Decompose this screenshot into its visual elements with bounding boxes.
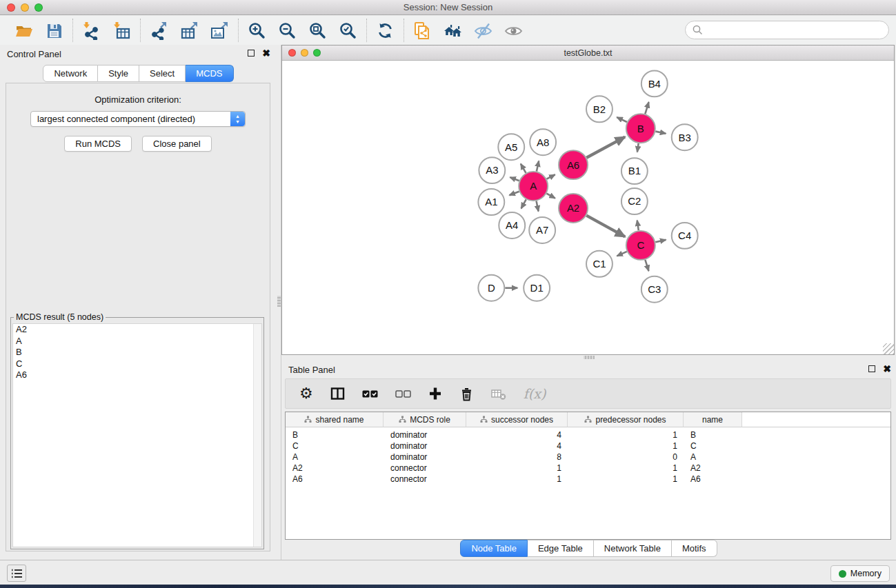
- result-list-item[interactable]: A6: [13, 369, 261, 381]
- result-list-item[interactable]: A: [13, 336, 261, 347]
- graph-node-D[interactable]: D: [478, 275, 504, 301]
- window-resize-grip[interactable]: [883, 343, 894, 354]
- deselect-all-checkboxes-icon[interactable]: [395, 389, 411, 399]
- graph-edge-A2-C[interactable]: [586, 216, 625, 237]
- settings-gear-icon[interactable]: ⚙: [299, 386, 313, 401]
- graph-node-A1[interactable]: A1: [478, 189, 504, 215]
- tab-network-table[interactable]: Network Table: [594, 540, 672, 557]
- graph-edge-A6-B[interactable]: [586, 137, 625, 158]
- table-cell[interactable]: 1: [466, 474, 568, 485]
- graph-edge-A-A5[interactable]: [521, 164, 526, 173]
- table-row[interactable]: A2connector11A2: [286, 463, 890, 474]
- minimize-window-button[interactable]: [21, 3, 29, 12]
- export-network-icon[interactable]: [150, 21, 168, 40]
- table-cell[interactable]: A2: [286, 463, 384, 474]
- graph-node-D1[interactable]: D1: [524, 275, 550, 301]
- graph-node-B3[interactable]: B3: [672, 124, 698, 150]
- refresh-icon[interactable]: [376, 21, 395, 40]
- network-close-button[interactable]: [288, 49, 296, 57]
- graph-node-A6[interactable]: A6: [559, 150, 588, 179]
- table-cell[interactable]: C: [286, 440, 384, 452]
- graph-edge-A-A2[interactable]: [546, 194, 555, 199]
- table-cell[interactable]: 8: [466, 452, 568, 463]
- graph-edge-C-C1[interactable]: [617, 252, 626, 256]
- graph-node-B2[interactable]: B2: [586, 96, 613, 122]
- export-table-icon[interactable]: [180, 21, 199, 40]
- table-row[interactable]: Cdominator41C: [286, 440, 890, 452]
- graph-edge-A-A7[interactable]: [537, 201, 539, 212]
- graph-edge-A-A8[interactable]: [537, 161, 539, 172]
- graph-edge-A-A1[interactable]: [509, 192, 519, 195]
- network-canvas[interactable]: B4B2BB3B1A5A8A6A3AA1C2A2A4A7C4CC1C3DD1: [282, 61, 894, 354]
- graph-node-A8[interactable]: A8: [530, 129, 556, 155]
- table-cell[interactable]: dominator: [384, 452, 466, 463]
- run-mcds-button[interactable]: Run MCDS: [64, 136, 132, 152]
- delete-table-icon[interactable]: [491, 387, 506, 401]
- search-field[interactable]: [685, 21, 889, 39]
- graph-node-C2[interactable]: C2: [621, 188, 648, 214]
- float-panel-icon[interactable]: [868, 365, 875, 372]
- divider-grip[interactable]: [584, 356, 595, 359]
- maximize-window-button[interactable]: [34, 3, 43, 12]
- column-layout-icon[interactable]: [330, 387, 345, 401]
- function-builder-icon[interactable]: f(x): [524, 386, 546, 401]
- graph-edge-B-B1[interactable]: [637, 143, 639, 152]
- graph-edge-B-B2[interactable]: [617, 117, 627, 122]
- result-list-item[interactable]: C: [13, 358, 261, 370]
- graph-node-A4[interactable]: A4: [499, 212, 525, 239]
- network-maximize-button[interactable]: [313, 49, 321, 57]
- close-panel-button[interactable]: Close panel: [142, 136, 212, 152]
- graph-edge-B-B3[interactable]: [655, 132, 666, 134]
- task-history-button[interactable]: [7, 565, 26, 582]
- graph-node-A7[interactable]: A7: [529, 217, 555, 243]
- tab-mcds[interactable]: MCDS: [186, 65, 233, 82]
- table-cell[interactable]: A: [286, 452, 384, 463]
- table-cell[interactable]: connector: [384, 474, 466, 485]
- graph-node-A3[interactable]: A3: [479, 157, 505, 183]
- table-cell[interactable]: C: [684, 440, 742, 452]
- import-table-icon[interactable]: [112, 21, 131, 40]
- hide-selected-eye-slash-icon[interactable]: [474, 21, 492, 40]
- table-cell[interactable]: dominator: [384, 440, 466, 452]
- network-minimize-button[interactable]: [301, 49, 308, 57]
- show-all-eye-icon[interactable]: [504, 21, 523, 40]
- tab-select[interactable]: Select: [139, 65, 186, 82]
- divider-grip[interactable]: [277, 296, 281, 307]
- table-cell[interactable]: A6: [286, 474, 384, 485]
- graph-edge-C-C4[interactable]: [655, 240, 666, 242]
- tab-motifs[interactable]: Motifs: [672, 540, 717, 557]
- zoom-out-icon[interactable]: [278, 21, 297, 40]
- graph-edge-A-A4[interactable]: [521, 199, 526, 208]
- memory-button[interactable]: Memory: [830, 565, 890, 582]
- column-header-MCDS-role[interactable]: MCDS role: [384, 412, 466, 427]
- table-cell[interactable]: 4: [466, 429, 568, 440]
- export-image-icon[interactable]: [210, 21, 229, 40]
- graph-edge-C-C2[interactable]: [637, 221, 639, 230]
- delete-column-trash-icon[interactable]: [459, 387, 474, 401]
- table-cell[interactable]: B: [684, 429, 742, 440]
- table-cell[interactable]: connector: [384, 463, 466, 474]
- table-cell[interactable]: B: [286, 429, 384, 440]
- graph-node-C3[interactable]: C3: [641, 276, 668, 303]
- table-row[interactable]: Adominator80A: [286, 452, 890, 463]
- save-session-icon[interactable]: [45, 21, 63, 40]
- graph-node-C[interactable]: C: [626, 231, 655, 260]
- column-header-name[interactable]: name: [684, 412, 742, 427]
- table-cell[interactable]: 1: [466, 463, 568, 474]
- new-network-from-selection-icon[interactable]: [413, 21, 432, 40]
- vertical-split-divider[interactable]: [277, 45, 281, 560]
- search-input[interactable]: [704, 25, 888, 35]
- graph-node-A[interactable]: A: [519, 172, 548, 201]
- tab-network[interactable]: Network: [43, 65, 98, 82]
- tab-style[interactable]: Style: [98, 65, 139, 82]
- zoom-selected-icon[interactable]: [339, 21, 357, 40]
- tab-node-table[interactable]: Node Table: [460, 540, 528, 557]
- table-cell[interactable]: A: [684, 452, 742, 463]
- first-neighbors-houses-icon[interactable]: [444, 21, 462, 40]
- close-window-button[interactable]: [7, 3, 15, 12]
- result-list-item[interactable]: B: [13, 347, 261, 358]
- add-column-icon[interactable]: [428, 387, 442, 401]
- graph-node-A2[interactable]: A2: [559, 194, 588, 223]
- graph-node-C4[interactable]: C4: [672, 223, 698, 249]
- zoom-in-icon[interactable]: [248, 21, 266, 40]
